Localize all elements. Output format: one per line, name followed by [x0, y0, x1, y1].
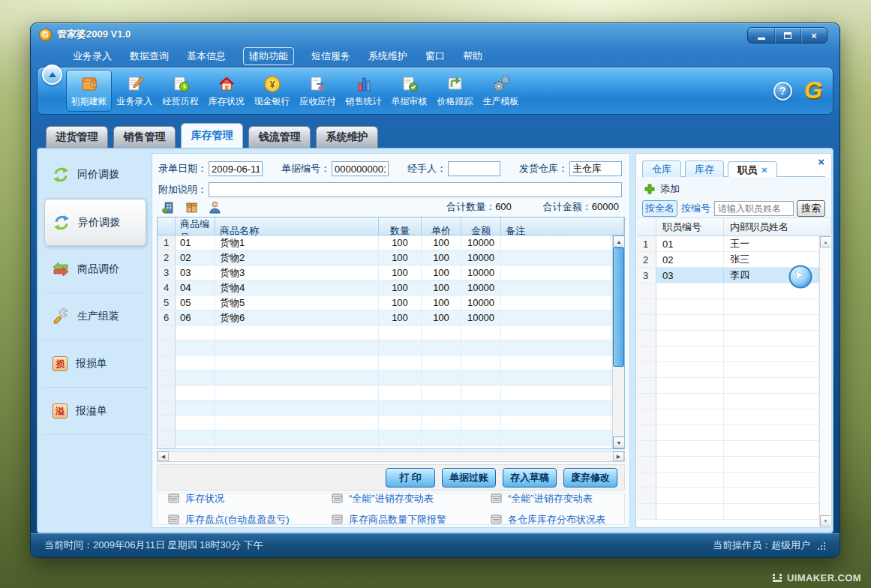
resize-grip[interactable] — [818, 542, 826, 550]
menu-item-sms-service[interactable]: 短信服务 — [311, 48, 351, 64]
menu-item-window[interactable]: 窗口 — [425, 48, 446, 64]
menu-item-data-query[interactable]: 数据查询 — [129, 48, 170, 64]
employee-search-input[interactable] — [714, 201, 794, 216]
tab-sales-mgmt[interactable]: 销售管理 — [113, 126, 176, 148]
toolbar-item-cash-bank[interactable]: ¥ 现金银行 — [249, 70, 295, 112]
print-button[interactable]: 打 印 — [386, 468, 435, 488]
ship-warehouse-input[interactable] — [569, 161, 622, 176]
link-warehouse-distribution[interactable]: 各仓库库存分布状况表 — [491, 513, 624, 526]
tab-purchase-mgmt[interactable]: 进货管理 — [46, 126, 108, 148]
table-row[interactable]: 606货物610010010000 — [158, 310, 624, 326]
link-qty-lower-alarm[interactable]: 库存商品数量下限报警 — [332, 513, 491, 526]
toolbar-item-receivable-payable[interactable]: 应收应付 — [295, 70, 341, 112]
sidebar-item-loss-report[interactable]: 损 报损单 — [43, 340, 148, 388]
tab-employee[interactable]: 职员× — [728, 161, 777, 178]
list-item-empty[interactable] — [637, 315, 830, 331]
scroll-up-icon[interactable]: ▲ — [820, 236, 830, 248]
list-item-empty[interactable] — [637, 410, 830, 425]
tab-cashflow-mgmt[interactable]: 钱流管理 — [248, 126, 311, 148]
post-document-button[interactable]: 单据过账 — [442, 468, 496, 488]
list-item-empty[interactable] — [637, 394, 830, 410]
menu-item-system-maintain[interactable]: 系统维护 — [368, 48, 408, 64]
minimize-button[interactable] — [748, 28, 774, 43]
list-item-empty[interactable] — [637, 299, 830, 315]
list-item-empty[interactable] — [637, 362, 830, 378]
menu-item-help[interactable]: 帮助 — [462, 48, 483, 64]
search-button[interactable]: 搜索 — [797, 200, 825, 217]
table-row-empty[interactable] — [158, 430, 624, 446]
toolbar-item-doc-review[interactable]: 单据审核 — [386, 70, 432, 112]
vertical-scrollbar[interactable]: ▲ ▼ — [612, 236, 624, 448]
list-item-empty[interactable] — [637, 472, 830, 488]
table-row[interactable]: 101货物110010010000 — [158, 236, 624, 250]
toolbar-item-production-template[interactable]: 生产模板 — [478, 70, 524, 112]
discard-changes-button[interactable]: 废弃修改 — [563, 468, 617, 488]
table-row-empty[interactable] — [158, 356, 624, 370]
menu-item-aux-functions[interactable]: 辅助功能 — [243, 47, 294, 65]
collapse-toolbar-button[interactable] — [42, 64, 62, 85]
menu-item-business-entry[interactable]: 业务录入 — [72, 48, 113, 64]
table-row-empty[interactable] — [158, 446, 624, 449]
link-qty-upper-alarm[interactable]: “全能”进销存变动表 — [332, 492, 491, 506]
list-item-empty[interactable] — [637, 425, 830, 441]
table-row-empty[interactable] — [158, 416, 624, 430]
table-row-empty[interactable] — [158, 386, 624, 400]
scroll-down-icon[interactable]: ▼ — [613, 436, 625, 448]
menu-item-basic-info[interactable]: 基本信息 — [186, 48, 227, 64]
list-item-empty[interactable] — [637, 378, 830, 394]
table-row[interactable]: 505货物510010010000 — [158, 296, 624, 310]
scroll-left-icon[interactable]: ◀ — [158, 452, 169, 461]
table-row-empty[interactable] — [158, 400, 624, 416]
list-item-empty[interactable] — [637, 331, 830, 346]
tab-close-icon[interactable]: × — [761, 164, 767, 176]
add-row[interactable]: 添加 — [637, 177, 830, 196]
horizontal-scrollbar[interactable]: ◀ ▶ — [157, 451, 625, 462]
handler-input[interactable] — [448, 161, 500, 176]
save-draft-button[interactable]: 存入草稿 — [503, 468, 557, 488]
sidebar-item-production-assembly[interactable]: 生产组装 — [43, 293, 148, 340]
table-row[interactable]: 303货物310010010000 — [158, 266, 624, 280]
list-item-empty[interactable] — [637, 441, 830, 457]
toolbar-item-business-entry[interactable]: 业务录入 — [112, 70, 158, 112]
order-date-input[interactable] — [209, 161, 263, 176]
link-almighty-flow-report[interactable]: “全能”进销存变动表 — [491, 492, 624, 506]
maximize-button[interactable] — [774, 28, 800, 43]
sidebar-item-price-adjust[interactable]: 商品调价 — [43, 246, 148, 293]
sidebar-item-overflow-report[interactable]: 溢 报溢单 — [43, 388, 148, 435]
filter-by-code-button[interactable]: 按编号 — [680, 202, 711, 215]
warehouse-select-icon[interactable] — [161, 200, 176, 214]
employee-select-icon[interactable] — [208, 200, 222, 214]
tab-system-maintain[interactable]: 系统维护 — [316, 126, 378, 148]
scroll-right-icon[interactable]: ▶ — [613, 452, 624, 461]
sidebar-item-diff-price-transfer[interactable]: 异价调拨 — [44, 199, 146, 246]
employee-scrollbar[interactable]: ▲ ▼ — [819, 236, 830, 526]
link-stocktake[interactable]: 库存盘点(自动盘盈盘亏) — [168, 513, 332, 526]
list-item-empty[interactable] — [637, 488, 830, 504]
scrollbar-thumb[interactable] — [613, 248, 624, 367]
list-item-empty[interactable] — [637, 346, 830, 362]
table-row[interactable]: 404货物410010010000 — [158, 280, 624, 296]
goods-select-icon[interactable] — [185, 200, 199, 214]
close-button[interactable]: × — [800, 28, 827, 43]
list-item[interactable]: 101王一 — [637, 236, 830, 252]
list-item-empty[interactable] — [637, 504, 830, 520]
table-row-empty[interactable] — [158, 370, 624, 386]
toolbar-item-sales-stats[interactable]: 销售统计 — [341, 70, 386, 112]
toolbar-item-inventory-status[interactable]: 库存状况 — [203, 70, 249, 112]
scroll-up-icon[interactable]: ▲ — [613, 236, 625, 248]
scroll-down-icon[interactable]: ▼ — [820, 515, 830, 526]
table-row-empty[interactable] — [158, 326, 624, 340]
table-row[interactable]: 202货物210010010000 — [158, 250, 624, 266]
sidebar-item-same-price-transfer[interactable]: 同价调拨 — [43, 152, 148, 199]
tab-warehouse[interactable]: 仓库 — [642, 160, 681, 177]
toolbar-item-price-tracking[interactable]: 价格跟踪 — [432, 70, 478, 112]
filter-by-name-button[interactable]: 按全名 — [642, 200, 677, 217]
tab-inventory[interactable]: 库存 — [685, 160, 724, 177]
tab-inventory-mgmt[interactable]: 库存管理 — [181, 123, 243, 148]
list-item-empty[interactable] — [637, 457, 830, 472]
link-inventory-status[interactable]: 库存状况 — [168, 492, 332, 506]
toolbar-item-business-history[interactable]: 经营历程 — [158, 70, 203, 112]
extra-note-input[interactable] — [209, 182, 622, 197]
doc-number-input[interactable] — [332, 161, 389, 176]
table-row-empty[interactable] — [158, 340, 624, 356]
